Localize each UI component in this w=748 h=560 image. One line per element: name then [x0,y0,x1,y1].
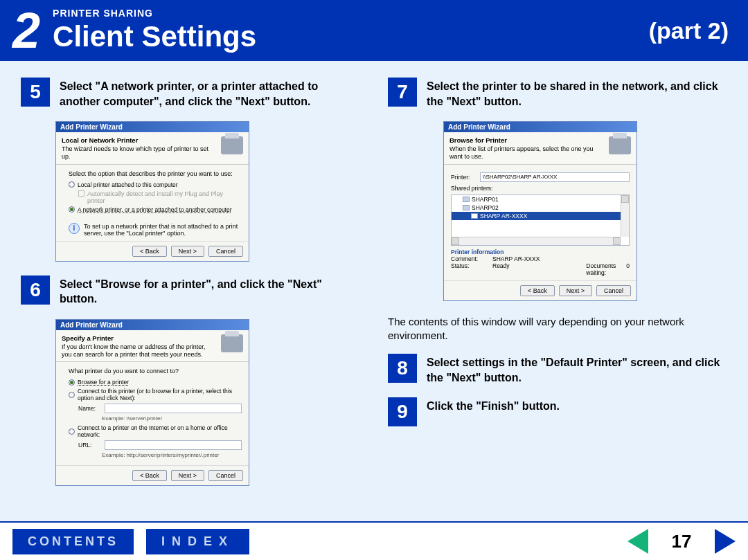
tree-item-selected[interactable]: SHARP AR-XXXX [452,212,629,220]
back-button[interactable]: < Back [520,285,555,296]
scroll-right-icon[interactable] [613,237,621,245]
cancel-button[interactable]: Cancel [208,470,243,481]
tree-item[interactable]: SHARP01 [452,195,629,204]
docs-waiting-label: Documents waiting: [586,262,621,276]
wizard-screenshot-6: Add Printer Wizard Specify a Printer If … [55,319,249,486]
page-footer: CONTENTS INDEX 17 [0,521,748,560]
url-example: Example: http://server/printers/myprinte… [102,452,242,458]
page-title: Client Settings [53,20,649,53]
printer-small-icon [471,213,478,219]
printer-info-header: Printer information [451,249,630,255]
step-text: Select "A network printer, or a printer … [60,78,360,109]
tree-item[interactable]: SHARP02 [452,204,629,212]
printer-icon [221,334,243,352]
wizard-info-text: To set up a network printer that is not … [84,223,242,237]
printer-field-row: Printer: \\SHARP02\SHARP AR-XXXX [451,172,630,182]
url-input[interactable] [105,440,242,450]
radio-connect-named[interactable]: Connect to this printer (or to browse fo… [69,388,242,401]
status-value: Ready [492,262,510,276]
step-text: Click the "Finish" button. [427,397,560,426]
name-field-row: Name: [78,404,242,413]
wizard-heading: Local or Network Printer [62,136,217,145]
back-button[interactable]: < Back [132,470,167,481]
wizard-title: Add Printer Wizard [56,122,249,132]
step-5: 5 Select "A network printer, or a printe… [21,78,360,109]
step-text: Select "Browse for a printer", and click… [60,276,360,307]
index-button[interactable]: INDEX [146,529,249,554]
step-number: 7 [388,78,417,107]
step-number: 9 [388,397,417,426]
scroll-up-icon[interactable] [621,195,629,203]
contents-button[interactable]: CONTENTS [12,529,134,554]
radio-connect-url[interactable]: Connect to a printer on the Internet or … [69,424,242,438]
shared-printers-list[interactable]: SHARP01 SHARP02 SHARP AR-XXXX [451,195,630,246]
step-7: 7 Select the printer to be shared in the… [388,78,727,109]
computer-icon [463,197,470,202]
right-column: 7 Select the printer to be shared in the… [388,78,727,507]
next-page-icon[interactable] [715,529,736,554]
step-9: 9 Click the "Finish" button. [388,397,727,426]
docs-waiting-value: 0 [626,262,630,276]
cancel-button[interactable]: Cancel [596,285,631,296]
back-button[interactable]: < Back [132,246,167,257]
wizard-title: Add Printer Wizard [56,320,249,330]
page-header: 2 PRINTER SHARING Client Settings (part … [0,0,748,61]
radio-icon [69,181,75,188]
radio-browse-printer[interactable]: Browse for a printer [69,379,242,386]
comment-label: Comment: [451,255,486,262]
radio-icon [69,379,75,386]
url-field-row: URL: [78,440,242,450]
radio-icon [69,206,75,213]
step-7-note: The contents of this window will vary de… [388,315,727,343]
wizard-screenshot-7: Add Printer Wizard Browse for Printer Wh… [443,121,637,300]
prev-page-icon[interactable] [627,529,648,554]
wizard-screenshot-5: Add Printer Wizard Local or Network Prin… [55,121,249,261]
next-button[interactable]: Next > [559,285,592,296]
radio-local-printer[interactable]: Local printer attached to this computer [69,181,242,188]
info-icon: i [69,223,80,234]
wizard-intro: Select the option that describes the pri… [69,170,242,177]
radio-icon [69,392,75,398]
step-number: 6 [21,276,50,305]
printer-icon [609,136,631,154]
content-area: 5 Select "A network printer, or a printe… [0,61,748,521]
chapter-number: 2 [12,6,40,55]
step-text: Select the printer to be shared in the n… [427,78,727,109]
step-8: 8 Select settings in the "Default Printe… [388,354,727,385]
section-name: PRINTER SHARING [53,8,649,19]
cancel-button[interactable]: Cancel [208,246,243,257]
part-label: (part 2) [649,17,736,44]
shared-printers-label: Shared printers: [451,185,630,192]
left-column: 5 Select "A network printer, or a printe… [21,78,360,507]
scrollbar-horizontal[interactable] [452,237,621,245]
wizard-intro: What printer do you want to connect to? [69,368,242,374]
wizard-heading: Browse for Printer [449,136,605,145]
wizard-subheading: If you don't know the name or address of… [62,343,205,358]
wizard-heading: Specify a Printer [62,334,217,343]
wizard-subheading: The wizard needs to know which type of p… [62,145,208,160]
radio-network-printer[interactable]: A network printer, or a printer attached… [69,206,242,213]
step-number: 5 [21,78,50,107]
name-example: Example: \\server\printer [102,415,242,422]
checkbox-auto-detect: Automatically detect and install my Plug… [78,190,242,204]
step-6: 6 Select "Browse for a printer", and cli… [21,276,360,307]
computer-icon [463,205,470,210]
comment-value: SHARP AR-XXXX [492,255,540,262]
wizard-subheading: When the list of printers appears, selec… [449,145,594,160]
wizard-title: Add Printer Wizard [444,122,636,132]
scrollbar-vertical[interactable] [621,195,629,237]
printer-icon [221,136,243,154]
step-number: 8 [388,354,417,383]
printer-path-input[interactable]: \\SHARP02\SHARP AR-XXXX [480,172,630,182]
step-text: Select settings in the "Default Printer"… [427,354,727,385]
scroll-left-icon[interactable] [452,237,459,245]
page-number: 17 [661,531,702,552]
name-input[interactable] [105,404,242,413]
status-label: Status: [451,262,486,276]
next-button[interactable]: Next > [171,246,204,257]
next-button[interactable]: Next > [171,470,204,481]
radio-icon [69,428,75,435]
checkbox-icon [78,190,84,197]
